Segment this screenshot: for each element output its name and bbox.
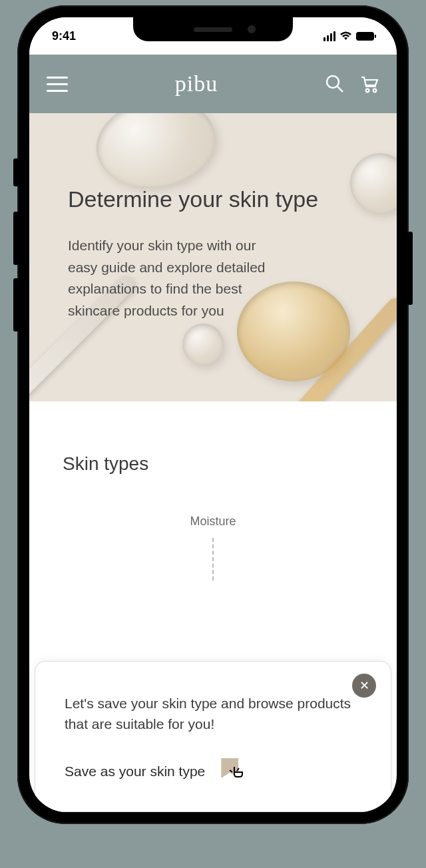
brand-logo: pibu (175, 71, 218, 97)
skin-types-section: Skin types Moisture (29, 401, 397, 607)
menu-button[interactable] (47, 77, 68, 92)
svg-line-6 (237, 768, 239, 771)
hero-title: Determine your skin type (68, 186, 369, 212)
svg-point-0 (327, 76, 339, 88)
phone-frame: 9:41 pibu (17, 5, 409, 824)
axis-line (212, 538, 214, 580)
section-title: Skin types (63, 453, 363, 475)
bookmark-tap-icon (221, 758, 248, 785)
side-button (407, 232, 413, 305)
svg-line-5 (230, 770, 232, 772)
signal-icon (323, 31, 335, 41)
notch (133, 17, 293, 41)
camera (248, 25, 256, 33)
close-button[interactable]: ✕ (352, 674, 376, 698)
sheet-message: Let's save your skin type and browse pro… (65, 694, 361, 734)
wifi-icon (339, 31, 352, 41)
cart-icon[interactable] (359, 74, 379, 94)
battery-icon (356, 32, 374, 41)
status-right (323, 31, 374, 41)
svg-point-2 (366, 89, 369, 93)
side-button (13, 278, 19, 331)
speaker (194, 27, 232, 32)
save-skin-type-button[interactable]: Save as your skin type (65, 758, 361, 785)
svg-line-1 (337, 87, 343, 92)
save-skin-type-sheet: ✕ Let's save your skin type and browse p… (35, 661, 391, 812)
search-icon[interactable] (325, 74, 345, 94)
svg-point-3 (373, 89, 377, 93)
side-button (13, 158, 19, 186)
hero: Determine your skin type Identify your s… (29, 113, 397, 401)
axis-label-moisture: Moisture (63, 515, 363, 529)
hero-description: Identify your skin type with our easy gu… (68, 235, 268, 322)
app-header: pibu (29, 55, 397, 113)
sheet-action-label: Save as your skin type (65, 763, 205, 779)
status-time: 9:41 (52, 29, 76, 43)
screen: 9:41 pibu (29, 17, 397, 812)
side-button (13, 212, 19, 265)
close-icon: ✕ (359, 678, 369, 693)
